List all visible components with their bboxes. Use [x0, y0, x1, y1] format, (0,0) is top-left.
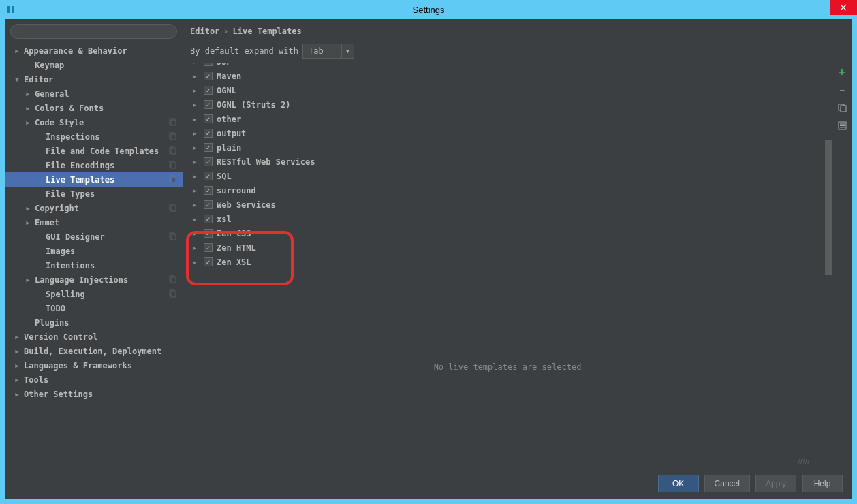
checkbox[interactable] [204, 229, 213, 238]
chevron-right-icon[interactable]: ▶ [193, 116, 200, 123]
tree-item[interactable]: ▶Tools [5, 373, 183, 387]
checkbox[interactable] [204, 143, 213, 152]
template-group[interactable]: ▶xsl [183, 212, 832, 226]
tree-item[interactable]: ▶Copyright [5, 201, 183, 215]
checkbox[interactable] [204, 72, 213, 80]
template-group[interactable]: ▶Maven [183, 69, 832, 83]
help-button[interactable]: Help [802, 475, 843, 492]
checkbox[interactable] [204, 186, 213, 195]
template-group[interactable]: ▶OGNL [183, 83, 832, 97]
chevron-right-icon[interactable]: ▶ [24, 219, 32, 226]
chevron-right-icon[interactable]: ▶ [24, 105, 32, 112]
tree-item[interactable]: ▶Languages & Frameworks [5, 358, 183, 373]
chevron-right-icon[interactable]: ▶ [13, 348, 21, 355]
chevron-right-icon[interactable]: ▶ [13, 334, 21, 341]
templates-list[interactable]: ▶JSP▶Maven▶OGNL▶OGNL (Struts 2)▶other▶ou… [183, 63, 832, 467]
tree-item[interactable]: ▶General [5, 86, 183, 101]
checkbox[interactable] [204, 200, 213, 209]
close-button[interactable] [830, 0, 857, 15]
tree-item[interactable]: File Encodings [5, 158, 183, 172]
apply-button[interactable]: Apply [755, 475, 796, 492]
checkbox[interactable] [204, 63, 213, 66]
chevron-right-icon[interactable]: ▶ [193, 101, 200, 108]
tree-item[interactable]: TODO [5, 301, 183, 315]
tree-item[interactable]: Intentions [5, 258, 183, 272]
checkbox[interactable] [204, 129, 213, 138]
tree-item[interactable]: Keymap [5, 58, 183, 72]
tree-item[interactable]: Plugins [5, 315, 183, 330]
checkbox[interactable] [204, 86, 213, 95]
chevron-right-icon[interactable]: ▶ [24, 205, 32, 212]
tree-item[interactable]: Spelling [5, 287, 183, 301]
remove-icon[interactable]: − [837, 84, 847, 95]
checkbox[interactable] [204, 172, 213, 180]
chevron-right-icon[interactable]: ▶ [13, 48, 21, 54]
tree-item[interactable]: ▼Editor [5, 72, 183, 86]
chevron-right-icon[interactable]: ▶ [24, 119, 32, 126]
template-group[interactable]: ▶RESTful Web Services [183, 155, 832, 169]
checkbox[interactable] [204, 215, 213, 223]
checkbox[interactable] [204, 243, 213, 252]
tree-item[interactable]: GUI Designer [5, 230, 183, 244]
scrollbar-thumb[interactable] [825, 140, 832, 275]
chevron-right-icon[interactable]: ▶ [193, 245, 200, 251]
tree-item[interactable]: Live Templates [5, 172, 183, 187]
template-group[interactable]: ▶OGNL (Struts 2) [183, 97, 832, 112]
list-icon[interactable] [837, 120, 847, 131]
tree-item[interactable]: File Types [5, 187, 183, 201]
template-group[interactable]: ▶plain [183, 140, 832, 155]
tree-item[interactable]: ▶Appearance & Behavior [5, 44, 183, 58]
chevron-right-icon[interactable]: ▶ [13, 362, 21, 369]
template-group[interactable]: ▶Zen HTML [183, 240, 832, 255]
tree-item[interactable]: ▶Code Style [5, 115, 183, 129]
checkbox[interactable] [204, 100, 213, 109]
chevron-down-icon[interactable]: ▼ [13, 76, 21, 83]
template-group[interactable]: ▶Web Services [183, 198, 832, 212]
chevron-right-icon[interactable]: ▶ [13, 377, 21, 383]
cancel-button[interactable]: Cancel [704, 475, 750, 492]
template-group[interactable]: ▶surround [183, 183, 832, 198]
add-icon[interactable]: + [837, 67, 847, 78]
chevron-right-icon[interactable]: ▶ [193, 159, 200, 166]
template-group[interactable]: ▶Zen CSS [183, 226, 832, 240]
ok-button[interactable]: OK [658, 475, 699, 492]
chevron-right-icon[interactable]: ▶ [193, 173, 200, 180]
chevron-right-icon[interactable]: ▶ [193, 63, 200, 65]
scrollbar-track[interactable] [825, 63, 832, 467]
chevron-right-icon[interactable]: ▶ [24, 91, 32, 97]
checkbox[interactable] [204, 257, 213, 266]
tree-item[interactable]: Inspections [5, 129, 183, 144]
chevron-right-icon[interactable]: ▶ [193, 87, 200, 94]
chevron-right-icon[interactable]: ▶ [193, 216, 200, 223]
expand-combo[interactable]: Tab ▼ [302, 44, 354, 59]
chevron-right-icon[interactable]: ▶ [13, 391, 21, 398]
chevron-right-icon[interactable]: ▶ [193, 230, 200, 237]
template-group[interactable]: ▶SQL [183, 169, 832, 183]
checkbox[interactable] [204, 157, 213, 166]
tree-item[interactable]: ▶Colors & Fonts [5, 101, 183, 115]
template-group[interactable]: ▶Zen XSL [183, 255, 832, 269]
chevron-right-icon[interactable]: ▶ [193, 144, 200, 151]
template-group[interactable]: ▶output [183, 126, 832, 140]
tree-item[interactable]: ▶Build, Execution, Deployment [5, 344, 183, 358]
chevron-right-icon[interactable]: ▶ [24, 277, 32, 283]
tree-item[interactable]: ▶Version Control [5, 330, 183, 344]
chevron-right-icon[interactable]: ▶ [193, 73, 200, 80]
tree-item[interactable]: Images [5, 244, 183, 258]
checkbox[interactable] [204, 114, 213, 123]
tree-item[interactable]: ▶Other Settings [5, 387, 183, 401]
chevron-right-icon[interactable]: ▶ [193, 130, 200, 137]
chevron-right-icon[interactable]: ▶ [193, 202, 200, 208]
template-group[interactable]: ▶other [183, 112, 832, 126]
resize-grip[interactable]: ///// [798, 458, 810, 465]
settings-tree[interactable]: ▶Appearance & BehaviorKeymap▼Editor▶Gene… [5, 44, 183, 467]
chevron-right-icon[interactable]: ▶ [193, 187, 200, 194]
copy-icon[interactable] [837, 102, 847, 113]
chevron-down-icon[interactable]: ▼ [342, 44, 354, 59]
chevron-right-icon[interactable]: ▶ [193, 259, 200, 266]
tree-item[interactable]: ▶Emmet [5, 215, 183, 230]
template-group[interactable]: ▶JSP [183, 63, 832, 69]
search-input[interactable] [10, 24, 177, 39]
tree-item[interactable]: File and Code Templates [5, 144, 183, 158]
tree-item[interactable]: ▶Language Injections [5, 272, 183, 287]
